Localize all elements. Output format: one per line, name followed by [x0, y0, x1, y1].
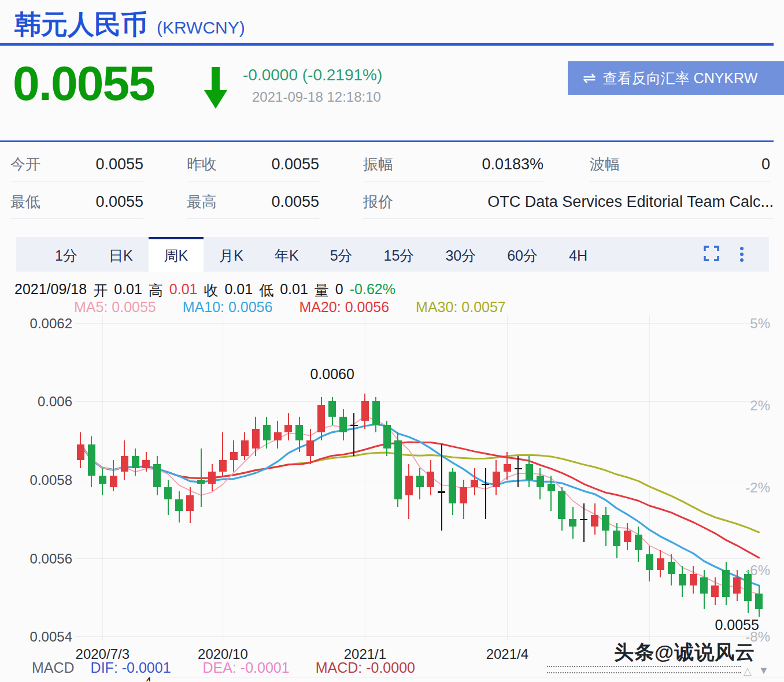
macd-summary-row: MACDDIF: -0.0001DEA: -0.0001MACD: -0.000… — [32, 659, 415, 676]
candle — [427, 472, 434, 487]
candle — [405, 476, 413, 495]
candle — [613, 531, 620, 546]
candle — [361, 401, 369, 421]
candle — [230, 452, 238, 460]
candle — [548, 484, 555, 492]
candle — [88, 444, 95, 476]
candle — [460, 487, 467, 503]
candle-wick — [517, 456, 519, 487]
clipped-scale-digit: 4 — [145, 674, 151, 681]
candle — [558, 491, 565, 518]
candle — [679, 574, 686, 585]
candle-wick — [201, 449, 202, 507]
candle — [328, 401, 336, 417]
candle — [722, 570, 730, 597]
candle — [733, 577, 741, 593]
candle — [263, 425, 271, 440]
bottom-divider — [155, 677, 784, 677]
candle — [690, 574, 697, 585]
candlestick-chart[interactable] — [0, 0, 784, 682]
macd-part: DEA: -0.0001 — [203, 659, 290, 676]
candle — [657, 558, 664, 570]
candle-wick — [353, 413, 354, 457]
candle — [602, 515, 609, 531]
candle — [668, 562, 675, 573]
candle — [526, 464, 533, 480]
candle — [569, 519, 576, 527]
candle — [449, 472, 456, 503]
candle — [241, 440, 249, 456]
candle — [153, 464, 161, 488]
candle — [306, 440, 314, 456]
macd-part: MACD — [32, 659, 75, 676]
candle — [164, 487, 172, 499]
candle — [77, 444, 84, 460]
watermark-dots — [547, 666, 741, 667]
candle-wick — [485, 468, 486, 519]
candle-wick — [441, 444, 442, 531]
candle — [252, 429, 260, 449]
candle — [438, 491, 445, 493]
candle — [186, 495, 194, 511]
scroll-down-icon[interactable]: ▼ — [759, 665, 769, 677]
macd-part: DIF: -0.0001 — [91, 659, 171, 676]
candle — [317, 405, 325, 432]
candle — [624, 531, 631, 542]
candle — [132, 456, 139, 468]
krwcny-quote-page: 韩元人民币 (KRWCNY) 0.0055 -0.0000 (-0.2191%)… — [0, 0, 784, 682]
candle — [580, 519, 587, 521]
candle — [394, 440, 402, 499]
candle — [700, 577, 708, 593]
candle — [110, 476, 117, 487]
candle — [482, 484, 489, 485]
candle — [350, 425, 358, 427]
candle — [646, 554, 653, 570]
candle — [219, 460, 227, 472]
candle — [383, 425, 391, 449]
candle — [274, 432, 282, 440]
candle — [197, 480, 205, 484]
candle — [142, 460, 150, 468]
candle — [372, 401, 380, 425]
candle — [591, 515, 598, 527]
candle — [635, 535, 642, 550]
candle-wick — [583, 503, 585, 543]
candle — [416, 476, 424, 487]
candle — [493, 472, 500, 487]
candle — [755, 594, 763, 609]
candle — [744, 574, 752, 601]
candle — [295, 425, 303, 440]
watermark-text: 头条@诚说风云 — [614, 639, 755, 666]
watermark-dots — [547, 672, 741, 673]
macd-part: MACD: -0.0000 — [316, 659, 415, 676]
candle — [99, 476, 106, 484]
candle — [711, 585, 719, 597]
candle — [504, 464, 511, 472]
candle — [175, 499, 183, 511]
candle — [339, 417, 347, 432]
candle — [284, 425, 292, 433]
scroll-up-icon[interactable]: △ — [744, 665, 752, 677]
candle-wick — [550, 476, 552, 511]
candle — [471, 480, 478, 488]
candle — [208, 472, 216, 483]
candle — [121, 456, 128, 472]
candle — [515, 468, 522, 470]
candle — [537, 476, 544, 487]
